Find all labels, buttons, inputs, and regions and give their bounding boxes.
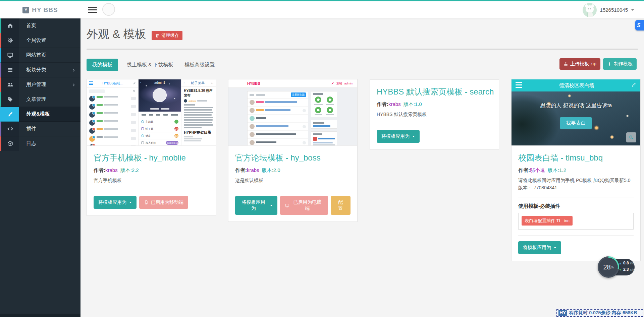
template-card-tlmsu-bbq: 德清校区表白墙 思念的人 想说的话 这里告诉ta 我要表白 校园表白墙 - tl… [511,79,641,261]
upload-icon [564,62,568,66]
enabled-mobile-button[interactable]: 已启用为移动端 [139,196,188,209]
user-avatar [583,3,597,17]
download-rate: 2.3 [623,267,629,272]
thumb-profile-avatar [153,88,167,102]
template-author: 邬小逗 [530,167,545,173]
brand-logo[interactable]: Y HY BBS [0,1,80,18]
template-version: 版本:1.2 [548,167,566,173]
template-preview-tlmsu-bbq: 德清校区表白墙 思念的人 想说的话 这里告诉ta 我要表白 [512,79,640,146]
monitor-icon [0,48,19,63]
template-description: 这是默认模板 [235,177,351,184]
sidebar-item-home[interactable]: 首页 [0,18,80,33]
performance-status-bar: HY 程序耗时 0.075毫秒 内存:658KB [556,309,643,317]
plus-icon [607,62,612,66]
tab-my-templates[interactable]: 我的模板 [87,59,118,71]
template-title-link[interactable]: 官方论坛模板 - hy_boss [235,152,351,163]
thumb-post-title: HYBBS1.5.30 程序发布 [184,88,213,98]
chevron-right-icon [71,82,76,88]
thumb-new-topic-button: 发表新主题 [291,92,306,97]
upload-arrow-icon: ▲ [619,261,622,265]
sidebar-item-site-home[interactable]: 网站首页 [0,48,80,63]
thumb-wall-title: 德清校区表白墙 [522,82,631,89]
thumb-profile-name: admin1 [139,81,181,84]
brush-icon [0,107,19,122]
brand-logo-text: HY BBS [32,6,58,14]
hy-badge: HY [558,310,567,316]
template-author: krabs [105,167,118,173]
monitor-icon [285,203,289,208]
template-tabs: 我的模板 线上模板 & 下载模板 模板高级设置 上传模板.zip 制作模板 [80,58,644,71]
caret-down-icon [270,205,273,207]
template-description: HYBBS 默认搜索页模板 [377,111,492,118]
sidebar-item-global-settings[interactable]: 全局设置 [0,33,80,48]
apply-template-dropdown[interactable]: 将模板应用为 [518,241,561,254]
thumb-search-button [626,132,636,142]
performance-text: 程序耗时 0.075毫秒 内存:658KB [569,310,637,316]
plugin-tag: 表白墙配置插件 TL_inc [522,216,573,226]
cpu-gauge: 28 % [598,256,619,278]
gauge-percent-value: 28 [603,263,610,271]
template-title-link[interactable]: 校园表白墙 - tlmsu_bbq [518,152,634,163]
sidebar-item-board-categories[interactable]: 板块分类 [0,63,80,77]
sidebar-item-plugins[interactable]: 插件 [0,122,80,136]
template-author: krabs [247,167,259,173]
create-template-button[interactable]: 制作模板 [603,58,637,70]
template-author: krabs [388,101,401,107]
thumb-hamburger-icon [516,82,522,89]
thumb-tagline: 思念的人 想说的话 这里告诉ta [512,102,640,109]
tag-icon [0,92,19,107]
floating-service-icon[interactable]: S [635,20,644,30]
upload-rate: 0.8 [623,261,629,265]
system-monitor-widget[interactable]: ▲ 0.8 K/s ▼ 2.3 K/s 28 % [598,256,619,278]
apply-template-dropdown[interactable]: 将模板应用为 [235,196,277,215]
caret-down-icon [412,136,415,138]
code-icon [0,122,19,136]
template-card-hy-moblie: HYBBS轻社... [87,79,216,216]
top-header: Y HY BBS 1526510045 [0,1,644,18]
required-plugins-label: 使用模板-必装插件 [518,203,634,209]
trash-icon [155,33,160,38]
thumb-post-menu-title: 帖子菜单 [191,81,205,85]
sidebar-footer-strip [0,314,80,317]
sidebar-item-user-management[interactable]: 用户管理 [0,77,80,92]
brand-logo-icon: Y [22,7,29,13]
sidebar-item-article-management[interactable]: 文章管理 [0,92,80,107]
sidebar-nav: 首页 全局设置 网站首页 板块分类 用户管理 [0,18,80,317]
tab-online-templates[interactable]: 线上模板 & 下载模板 [127,59,173,71]
template-card-hy-boss: HYBBS 发帖 admin 发表新主题 [228,79,358,222]
template-preview-hy-moblie: HYBBS轻社... [87,79,216,146]
apply-template-dropdown[interactable]: 将模板应用为 [377,130,420,143]
thumb-confess-button: 我要表白 [560,117,592,129]
enabled-desktop-button[interactable]: 已启用为电脑端 [280,196,328,215]
top-accent-strip [0,0,644,1]
apply-template-dropdown[interactable]: 将模板应用为 [94,196,137,209]
config-button[interactable]: 配置 [331,196,351,215]
cube-icon [0,136,19,151]
template-description: 官方手机模板 [94,177,209,184]
thumb-section-title: HYPHP框架目录 [184,130,213,135]
sidebar-toggle-hamburger-icon[interactable] [88,7,97,13]
thumb-forum-title: HYBBS轻社... [95,81,131,86]
thumb-search-icon [133,89,136,93]
chevron-right-icon [71,68,76,74]
sidebar-item-appearance-templates[interactable]: 外观&模板 [0,107,80,122]
template-title-link[interactable]: 官方手机模板 - hy_moblie [94,152,209,163]
template-card-search: HYBBS 默认搜索页模板 - search 作者:krabs版本:1.0 HY… [370,79,499,150]
upload-template-button[interactable]: 上传模板.zip [559,58,600,70]
thumb-pen-icon [631,82,636,89]
tab-advanced-settings[interactable]: 模板高级设置 [184,59,215,71]
thumb-hamburger-icon [89,81,93,85]
template-title-link[interactable]: HYBBS 默认搜索页模板 - search [377,86,492,97]
clear-cache-button[interactable]: 清理缓存 [152,31,182,40]
main-content: 外观 & 模板 清理缓存 我的模板 线上模板 & 下载模板 模板高级设置 上传模… [80,18,644,317]
user-menu[interactable]: 1526510045 [583,1,634,18]
thumb-pen-icon [133,82,136,85]
chevron-down-icon [631,9,634,12]
template-version: 版本:2.2 [120,167,139,173]
thumb-brand: HYBBS [247,81,331,85]
header-avatar-placeholder[interactable] [102,3,115,16]
sidebar-item-logs[interactable]: 日志 [0,136,80,151]
template-preview-hy-boss: HYBBS 发帖 admin 发表新主题 [228,79,357,146]
thumb-pen-icon [331,82,334,85]
home-icon [0,18,19,33]
